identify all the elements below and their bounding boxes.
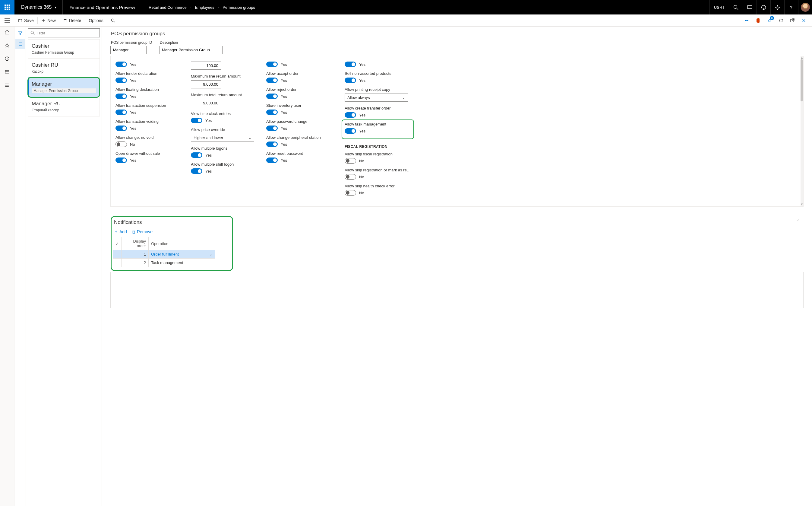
delete-button[interactable]: Delete	[60, 14, 85, 26]
collapse-icon[interactable]: ⌃	[797, 219, 800, 223]
home-icon[interactable]	[5, 29, 10, 35]
toggle[interactable]	[266, 109, 278, 115]
list-item[interactable]: Manager RU Старший кассир	[28, 97, 100, 116]
col-check[interactable]: ✓	[113, 237, 121, 250]
save-label: Save	[24, 18, 34, 23]
field-label: Allow price override	[191, 127, 254, 132]
svg-point-46	[31, 31, 33, 34]
toggle[interactable]	[266, 93, 278, 99]
smile-icon[interactable]	[756, 0, 771, 14]
toggle[interactable]	[345, 190, 356, 195]
breadcrumb-item[interactable]: Retail and Commerce	[148, 5, 187, 10]
list-item[interactable]: Cashier Cashier Permission Group	[28, 39, 100, 59]
messages-icon[interactable]	[743, 0, 756, 14]
select-input[interactable]: Higher and lower⌄	[191, 134, 254, 142]
svg-line-27	[114, 21, 115, 22]
avatar[interactable]	[798, 0, 812, 14]
col-operation[interactable]: Operation	[148, 237, 215, 250]
popout-icon[interactable]	[790, 18, 795, 23]
attachments-icon[interactable]	[767, 18, 772, 23]
brand-label: Dynamics 365	[21, 5, 52, 10]
scrollbar[interactable]: ▲ ▼	[801, 56, 803, 206]
company-picker[interactable]: USRT	[709, 0, 729, 14]
toggle[interactable]	[345, 62, 356, 67]
new-button[interactable]: New	[38, 14, 60, 26]
connector-icon[interactable]	[744, 18, 749, 23]
notifications-table: ✓ Display order Operation 1 Order fulfil…	[113, 237, 215, 267]
svg-point-13	[763, 7, 763, 7]
svg-point-29	[747, 20, 748, 21]
description-input[interactable]	[159, 46, 222, 54]
office-icon[interactable]	[755, 18, 761, 23]
search-action-icon[interactable]	[107, 14, 119, 26]
toggle[interactable]	[266, 142, 278, 147]
field-label: Allow password change	[266, 119, 332, 124]
toggle-value: Yes	[205, 118, 212, 123]
list-item[interactable]: Cashier RU Кассир	[28, 59, 100, 78]
workspace-icon[interactable]	[5, 69, 10, 75]
search-icon[interactable]	[729, 0, 743, 14]
table-row[interactable]: 2 Task management	[113, 259, 215, 267]
list-icon[interactable]	[15, 39, 25, 49]
add-button[interactable]: ＋Add	[114, 229, 127, 235]
toggle[interactable]	[115, 125, 127, 131]
save-button[interactable]: Save	[14, 14, 37, 26]
breadcrumb-item[interactable]: Permission groups	[222, 5, 255, 10]
toggle[interactable]	[115, 158, 127, 163]
svg-point-26	[111, 19, 114, 21]
toggle[interactable]	[345, 158, 356, 164]
chevron-right-icon: ›	[218, 5, 219, 9]
toggle[interactable]	[266, 158, 278, 163]
col-display-order[interactable]: Display order	[121, 237, 148, 250]
svg-rect-8	[9, 9, 10, 10]
recent-icon[interactable]	[5, 56, 10, 62]
gear-icon[interactable]	[771, 0, 784, 14]
select-input[interactable]: Allow always⌄	[345, 93, 408, 102]
toggle[interactable]	[266, 125, 278, 131]
filter-input[interactable]: Filter	[28, 28, 100, 37]
toggle-value: No	[359, 175, 364, 179]
toggle[interactable]	[115, 93, 127, 99]
toggle[interactable]	[191, 152, 202, 158]
help-icon[interactable]: ?	[784, 0, 798, 14]
toggle[interactable]	[266, 78, 278, 83]
remove-button[interactable]: Remove	[132, 229, 153, 235]
toggle[interactable]	[266, 62, 278, 67]
toggle[interactable]	[345, 174, 356, 179]
toggle-value: No	[359, 191, 364, 195]
toggle[interactable]	[345, 112, 356, 118]
refresh-icon[interactable]	[778, 18, 784, 23]
table-row[interactable]: 1 Order fulfillment⌄	[113, 250, 215, 259]
toggle[interactable]	[191, 118, 202, 123]
toggle[interactable]	[115, 142, 127, 147]
numeric-input[interactable]	[191, 99, 221, 107]
toggle[interactable]	[345, 78, 356, 83]
list-item-selected[interactable]: Manager Manager Permission Group	[28, 78, 100, 97]
toggle[interactable]	[345, 128, 356, 134]
permission-group-id-input[interactable]	[110, 46, 146, 54]
toggle[interactable]	[191, 168, 202, 174]
favorite-icon[interactable]	[5, 43, 10, 49]
options-label: Options	[89, 18, 103, 23]
svg-rect-4	[7, 7, 8, 8]
chevron-down-icon: ⌄	[248, 136, 251, 140]
toggle[interactable]	[115, 62, 127, 67]
hamburger-icon[interactable]	[0, 14, 14, 26]
svg-text:?: ?	[790, 5, 792, 10]
svg-point-9	[734, 5, 737, 8]
numeric-input[interactable]	[191, 80, 221, 88]
chevron-down-icon[interactable]: ⌄	[209, 252, 213, 256]
toggle[interactable]	[115, 109, 127, 115]
left-navigation-rail	[0, 26, 14, 506]
app-launcher-icon[interactable]	[0, 0, 14, 14]
field-label: Allow skip registration or mark as re…	[345, 168, 411, 172]
modules-icon[interactable]	[5, 83, 10, 89]
close-icon[interactable]	[801, 18, 807, 23]
numeric-input[interactable]	[191, 62, 221, 70]
options-button[interactable]: Options	[85, 14, 107, 26]
brand-dropdown[interactable]: Dynamics 365 ▾	[14, 0, 63, 14]
filter-placeholder: Filter	[36, 31, 45, 35]
filter-icon[interactable]	[15, 28, 25, 38]
breadcrumb-item[interactable]: Employees	[195, 5, 214, 10]
toggle[interactable]	[115, 78, 127, 83]
